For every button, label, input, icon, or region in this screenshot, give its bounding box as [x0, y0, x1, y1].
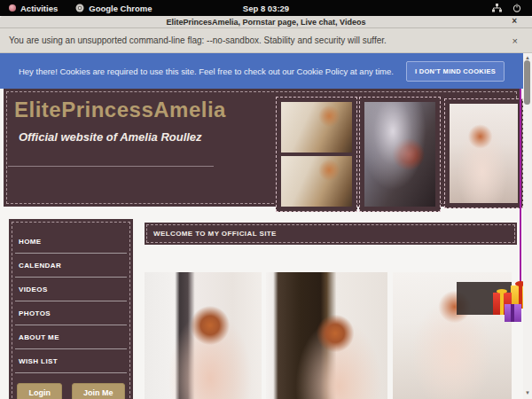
page-viewport: Hey there! Cookies are required to use t… [0, 53, 532, 399]
vertical-scrollbar[interactable]: ▲ ▼ [523, 53, 532, 399]
header-thumbnail-collage[interactable] [276, 97, 357, 212]
sidebar-item-videos[interactable]: VIDEOS [15, 278, 127, 301]
chrome-icon [75, 4, 84, 12]
power-icon[interactable] [512, 4, 521, 12]
photo-placeholder [364, 102, 435, 207]
infobar-message: You are using an unsupported command-lin… [9, 35, 387, 45]
site-header: ElitePrincessAmelia Official website of … [4, 89, 520, 207]
gift-ribbon-line [520, 89, 521, 294]
photo-placeholder [281, 156, 352, 207]
join-me-button[interactable]: Join Me [72, 383, 125, 399]
login-button[interactable]: Login [17, 383, 62, 399]
sidebar-item-calendar[interactable]: CALENDAR [15, 254, 127, 278]
welcome-heading-bar: WELCOME TO MY OFFICIAL SITE [145, 223, 517, 245]
desktop-screen: Activities Google Chrome Sep 8 03:29 [0, 0, 532, 399]
cookie-message: Hey there! Cookies are required to use t… [19, 66, 394, 76]
app-menu-button[interactable]: Google Chrome [66, 0, 160, 16]
sidebar: HOME CALENDAR VIDEOS PHOTOS ABOUT ME WIS… [9, 219, 133, 399]
scrollbar-down-icon[interactable]: ▼ [523, 388, 532, 397]
photo-placeholder [450, 104, 518, 203]
header-thumbnail-smoking[interactable] [359, 97, 441, 212]
activities-label: Activities [20, 4, 58, 13]
network-icon[interactable] [492, 4, 502, 12]
activities-indicator-icon [9, 4, 16, 12]
welcome-heading: WELCOME TO MY OFFICIAL SITE [153, 230, 277, 238]
gift-box-icon [505, 304, 521, 322]
photo-placeholder [281, 102, 352, 153]
cookie-accept-button[interactable]: I DON'T MIND COOKIES [406, 61, 505, 82]
header-divider [8, 166, 214, 167]
site-logo-title[interactable]: ElitePrincessAmelia [14, 98, 226, 122]
main-photo-wardrobe[interactable] [266, 272, 387, 399]
cookie-notice-bar: Hey there! Cookies are required to use t… [0, 53, 523, 89]
sidebar-item-about-me[interactable]: ABOUT ME [15, 325, 127, 349]
sidebar-item-home[interactable]: HOME [15, 230, 127, 254]
sidebar-item-photos[interactable]: PHOTOS [15, 301, 127, 325]
app-menu-label: Google Chrome [89, 4, 152, 13]
main-photo-curtain[interactable] [145, 272, 262, 399]
sidebar-nav: HOME CALENDAR VIDEOS PHOTOS ABOUT ME WIS… [15, 230, 127, 373]
activities-button[interactable]: Activities [0, 0, 66, 16]
window-title: ElitePrincesAmelia, Pornstar page, Live … [167, 18, 366, 27]
window-close-icon[interactable]: × [512, 16, 517, 26]
header-thumbnail-bed[interactable] [444, 98, 523, 208]
sidebar-item-wish-list[interactable]: WISH LIST [15, 349, 127, 373]
window-title-bar: ElitePrincesAmelia, Pornstar page, Live … [0, 16, 532, 28]
top-bar: Activities Google Chrome Sep 8 03:29 [0, 0, 532, 16]
sandbox-warning-infobar: You are using an unsupported command-lin… [0, 28, 532, 53]
infobar-close-icon[interactable]: × [512, 35, 523, 46]
scrollbar-thumb[interactable] [524, 60, 530, 105]
site-subtitle: Official website of Amelia Roullez [19, 130, 202, 144]
